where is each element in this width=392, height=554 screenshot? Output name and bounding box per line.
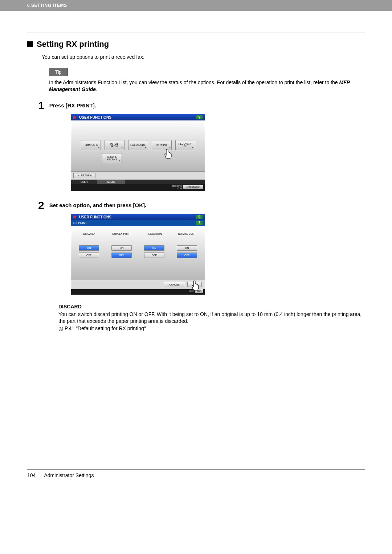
chevron-right-icon: ▸	[192, 146, 194, 149]
job-status-button[interactable]: JOB STATUS	[183, 185, 203, 189]
button-row-2: SECURE RECEIVE▸	[102, 153, 198, 163]
screen-title-bar: USER FUNCTIONS ?	[71, 114, 205, 120]
rx-print-screen: USER FUNCTIONS ? RX PRINT ? DISCARD ON O…	[71, 214, 205, 295]
screen-body: DISCARD ON OFF DUPLEX PRINT ON OFF REDUC…	[71, 226, 205, 280]
help-button[interactable]: ?	[196, 115, 203, 119]
ok-button[interactable]: OK	[187, 282, 202, 287]
chevron-right-icon: ▸	[169, 146, 170, 149]
admin-tab[interactable]: ADMIN	[97, 180, 125, 184]
footer-bar: 09:33 JOB	[71, 289, 205, 295]
action-row: CANCEL OK	[71, 280, 205, 289]
help-button[interactable]: ?	[196, 215, 203, 219]
rx-print-button[interactable]: RX PRINT▸	[152, 140, 172, 150]
user-functions-screen: USER FUNCTIONS ? TERMINAL ID▸ INITIAL SE…	[71, 114, 205, 191]
duplex-on-button[interactable]: ON	[111, 245, 132, 251]
datetime: 2011/05/24 15:34	[172, 185, 182, 189]
tip-box: Tip	[49, 68, 365, 76]
desc-ref: 🕮P.41 "Default setting for RX printing"	[58, 325, 365, 331]
screenshot-1: USER FUNCTIONS ? TERMINAL ID▸ INITIAL SE…	[71, 114, 365, 191]
discard-on-button[interactable]: ON	[79, 245, 99, 251]
reduction-off-button[interactable]: OFF	[144, 253, 164, 258]
discard-off-button[interactable]: OFF	[79, 253, 99, 258]
tip-label: Tip	[49, 68, 68, 76]
screen-body: TERMINAL ID▸ INITIAL SETUP▸ LINE-2 MODE▸…	[71, 120, 205, 171]
screen-subtitle: RX PRINT	[73, 221, 87, 225]
desc-title: DISCARD	[58, 304, 365, 309]
description-block: DISCARD You can switch discard printing …	[58, 304, 365, 331]
desc-text: You can switch discard printing ON or OF…	[58, 311, 365, 325]
col-label: REDUCTION	[144, 233, 164, 235]
app-icon	[73, 115, 78, 119]
duplex-off-button[interactable]: OFF	[111, 253, 132, 258]
chapter-label: 6 SETTING ITEMS	[27, 3, 67, 8]
rotate-off-button[interactable]: OFF	[177, 253, 197, 258]
header-bar: 6 SETTING ITEMS	[0, 0, 392, 11]
datetime: 09:33	[189, 290, 194, 292]
app-icon	[73, 215, 78, 219]
screen-title: USER FUNCTIONS	[79, 115, 111, 119]
terminal-id-button[interactable]: TERMINAL ID▸	[81, 140, 101, 150]
step-instruction: Press [RX PRINT].	[49, 100, 96, 108]
step-instruction: Set each option, and then press [OK].	[49, 200, 147, 208]
button-row-1: TERMINAL ID▸ INITIAL SETUP▸ LINE-2 MODE▸…	[78, 140, 198, 150]
step-number: 2	[38, 200, 44, 211]
step-number: 1	[38, 100, 44, 111]
chevron-right-icon: ▸	[145, 146, 147, 149]
page-content: Setting RX printing You can set up optio…	[0, 33, 392, 489]
screen-subtitle-bar: RX PRINT ?	[71, 220, 205, 226]
col-label: ROTATE SORT	[177, 233, 197, 235]
secure-receive-button[interactable]: SECURE RECEIVE▸	[102, 153, 122, 163]
return-button[interactable]: ⬑ RETURN	[73, 173, 95, 178]
return-arrow-icon: ⬑	[77, 174, 79, 177]
chevron-right-icon: ▸	[119, 159, 121, 162]
step-2: 2 Set each option, and then press [OK].	[38, 200, 365, 211]
reduction-on-button[interactable]: ON	[144, 245, 164, 251]
footer-bar: 2011/05/24 15:34 JOB STATUS	[71, 184, 205, 191]
intro-text: You can set up options to print a receiv…	[42, 54, 365, 60]
footer-title: Administrator Settings	[44, 472, 94, 478]
col-rotate: ROTATE SORT ON OFF	[177, 233, 197, 270]
screen-title-bar: USER FUNCTIONS ?	[71, 214, 205, 220]
top-rule	[27, 33, 365, 33]
cancel-button[interactable]: CANCEL	[164, 282, 185, 287]
job-status-button[interactable]: JOB	[195, 289, 203, 293]
col-label: DUPLEX PRINT	[111, 233, 132, 235]
step-1: 1 Press [RX PRINT].	[38, 100, 365, 111]
user-tab[interactable]: USER	[71, 180, 97, 184]
col-duplex: DUPLEX PRINT ON OFF	[111, 233, 132, 270]
tabs-bar: USER ADMIN	[71, 180, 205, 184]
section-title-text: Setting RX printing	[37, 40, 109, 49]
recovery-tx-button[interactable]: RECOVERY TX▸	[175, 140, 195, 150]
chevron-right-icon: ▸	[122, 146, 123, 149]
square-bullet-icon	[27, 41, 33, 47]
initial-setup-button[interactable]: INITIAL SETUP▸	[105, 140, 124, 150]
col-reduction: REDUCTION ON OFF	[144, 233, 164, 270]
col-discard: DISCARD ON OFF	[79, 233, 99, 270]
return-row: ⬑ RETURN	[71, 171, 205, 180]
section-title: Setting RX printing	[27, 40, 365, 49]
help-button[interactable]: ?	[196, 221, 203, 225]
screen-title: USER FUNCTIONS	[79, 215, 111, 219]
col-label: DISCARD	[79, 233, 99, 235]
tip-text: In the Administrator's Function List, yo…	[49, 79, 365, 93]
line2-mode-button[interactable]: LINE-2 MODE▸	[128, 140, 148, 150]
book-icon: 🕮	[58, 326, 63, 331]
page-footer: 104 Administrator Settings	[27, 472, 365, 489]
bottom-rule	[27, 469, 365, 469]
rotate-on-button[interactable]: ON	[177, 245, 197, 251]
screenshot-2: USER FUNCTIONS ? RX PRINT ? DISCARD ON O…	[71, 214, 365, 295]
chevron-right-icon: ▸	[98, 146, 99, 149]
page-number: 104	[27, 472, 36, 478]
